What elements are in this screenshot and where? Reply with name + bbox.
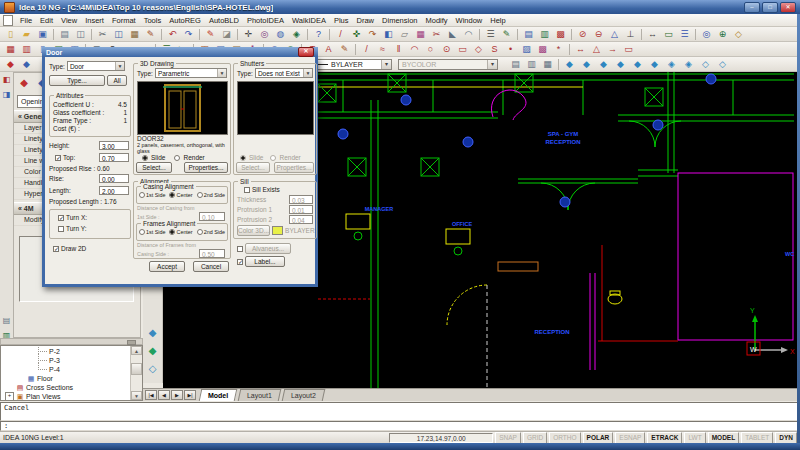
casing-2nd-radio[interactable] — [197, 192, 203, 198]
ellipse-icon[interactable]: ⊙ — [439, 42, 454, 57]
cancel-button[interactable]: Cancel — [193, 261, 229, 272]
match-properties-icon[interactable]: ✎ — [499, 27, 514, 42]
tab-next-icon[interactable]: ▶ — [171, 390, 183, 400]
close-button[interactable]: ✕ — [780, 2, 796, 13]
dim-linear-icon[interactable]: ↔ — [573, 42, 588, 57]
redraw-icon[interactable]: ◎ — [699, 27, 714, 42]
tree-item-p-3[interactable]: P-3 — [1, 356, 130, 365]
list-icon[interactable]: ☰ — [677, 27, 692, 42]
dialog-close-icon[interactable]: ✕ — [298, 47, 314, 57]
chevron-down-icon[interactable]: ▾ — [381, 60, 391, 69]
dim-angular-icon[interactable]: △ — [589, 42, 604, 57]
properties-button[interactable]: Properties... — [184, 162, 228, 173]
view-se-iso-icon[interactable]: ◈ — [681, 57, 696, 72]
leader-icon[interactable]: → — [605, 42, 620, 57]
view-left-icon[interactable]: ◆ — [596, 57, 611, 72]
toggle-snap[interactable]: SNAP — [495, 432, 521, 444]
snap-toolbar-icon[interactable]: ▤ — [0, 314, 13, 328]
tree-item-p-4[interactable]: P-4 — [1, 365, 130, 374]
casing-center-radio[interactable] — [169, 192, 175, 198]
rotate-icon[interactable]: ↷ — [365, 27, 380, 42]
dialog-title-bar[interactable]: Door ✕ — [42, 47, 318, 57]
frames-2nd-radio[interactable] — [197, 229, 203, 235]
publish-icon[interactable]: ▦ — [540, 57, 555, 72]
double-line-icon[interactable]: ‖ — [391, 42, 406, 57]
ucs-dialog-icon[interactable]: ◆ — [3, 57, 18, 72]
format-painter-icon[interactable]: ✎ — [143, 27, 158, 42]
top-checkbox[interactable]: ✓ — [55, 155, 61, 161]
line2-icon[interactable]: / — [359, 42, 374, 57]
plot-icon[interactable]: ▤ — [508, 57, 523, 72]
redo-icon[interactable]: ↷ — [181, 27, 196, 42]
tolerance-icon[interactable]: ▭ — [621, 42, 636, 57]
menu-insert[interactable]: Insert — [81, 15, 108, 26]
point-icon[interactable]: • — [503, 42, 518, 57]
move-icon[interactable]: ✜ — [349, 27, 364, 42]
region-icon[interactable]: ▩ — [535, 42, 550, 57]
polygon-icon[interactable]: ◇ — [471, 42, 486, 57]
fillet-icon[interactable]: ◠ — [461, 27, 476, 42]
render-radio[interactable] — [174, 155, 180, 161]
title-bar[interactable]: Idea 10 NG - [C:\4M\IDEA\Top 10 reasons\… — [0, 0, 800, 14]
tab-model[interactable]: Model — [199, 389, 238, 401]
view-ne-iso-icon[interactable]: ◇ — [698, 57, 713, 72]
trim-icon[interactable]: ✂ — [429, 27, 444, 42]
spline-icon[interactable]: S — [487, 42, 502, 57]
lock-icon[interactable]: ⊖ — [591, 27, 606, 42]
zoom-window-icon[interactable]: ◍ — [273, 27, 288, 42]
alvaneus-checkbox[interactable] — [237, 246, 243, 252]
color-icon[interactable]: ▩ — [553, 27, 568, 42]
command-input[interactable]: : — [0, 421, 800, 431]
menu-autoreg[interactable]: AutoREG — [165, 15, 205, 26]
osnap-icon[interactable]: ◇ — [731, 27, 746, 42]
wall-icon[interactable]: ▦ — [3, 42, 18, 57]
tree-item-p-2[interactable]: P-2 — [1, 347, 130, 356]
new-file-icon[interactable]: ▯ — [3, 27, 18, 42]
casing-1st-radio[interactable] — [139, 192, 145, 198]
view-nw-iso-icon[interactable]: ◇ — [715, 57, 730, 72]
menu-format[interactable]: Format — [108, 15, 140, 26]
toggle-lwt[interactable]: LWT — [684, 432, 705, 444]
erase-icon[interactable]: ◪ — [219, 27, 234, 42]
toggle-tablet[interactable]: TABLET — [741, 432, 773, 444]
undo-icon[interactable]: ↶ — [165, 27, 180, 42]
menu-draw[interactable]: Draw — [353, 15, 379, 26]
all-button[interactable]: All — [107, 75, 127, 86]
ucs-dialog-icon[interactable]: ◆ — [16, 75, 32, 91]
open-icon[interactable]: ▰ — [19, 27, 34, 42]
draw-2d-checkbox[interactable]: ✓ — [53, 246, 59, 252]
toggle-esnap[interactable]: ESNAP — [615, 432, 645, 444]
view-bottom-icon[interactable]: ◆ — [579, 57, 594, 72]
menu-photoidea[interactable]: PhotoIDEA — [243, 15, 288, 26]
no-plot-icon[interactable]: ⊘ — [575, 27, 590, 42]
properties-icon[interactable]: ☰ — [483, 27, 498, 42]
chevron-down-icon[interactable]: ▼ — [303, 69, 312, 77]
menu-modify[interactable]: Modify — [421, 15, 451, 26]
chevron-down-icon[interactable]: ▼ — [115, 62, 124, 70]
select-button[interactable]: Select... — [136, 162, 172, 173]
page-setup-icon[interactable]: ▥ — [524, 57, 539, 72]
type-button[interactable]: Type... — [49, 75, 105, 86]
chamfer-icon[interactable]: ◣ — [445, 27, 460, 42]
render-mode-icon[interactable]: ◆ — [145, 343, 161, 359]
top-field[interactable]: 0.70 — [99, 153, 129, 162]
rectangle-icon[interactable]: ▭ — [455, 42, 470, 57]
3d-type-select[interactable]: Parametric▼ — [155, 68, 227, 78]
explode-icon[interactable]: * — [551, 42, 566, 57]
tree-scrollbar[interactable]: ▲ ▼ — [130, 346, 142, 400]
rise-field[interactable]: 0.00 — [99, 174, 129, 183]
scroll-up-icon[interactable]: ▲ — [131, 346, 142, 355]
menu-view[interactable]: View — [57, 15, 81, 26]
print-preview-icon[interactable]: ◫ — [73, 27, 88, 42]
scroll-thumb[interactable] — [131, 363, 142, 375]
pan-icon[interactable]: ✛ — [241, 27, 256, 42]
menu-window[interactable]: Window — [452, 15, 487, 26]
shutters-type-select[interactable]: Does not Exist▼ — [255, 68, 313, 78]
chevron-down-icon[interactable]: ▼ — [217, 69, 226, 77]
tree-item-floor[interactable]: ▦Floor — [1, 374, 130, 383]
label-button[interactable]: Label... — [245, 256, 285, 267]
scroll-down-icon[interactable]: ▼ — [131, 391, 142, 400]
toggle-etrack[interactable]: ETRACK — [647, 432, 682, 444]
label-checkbox[interactable]: ✓ — [237, 259, 243, 265]
turn-x-checkbox[interactable]: ✓ — [58, 215, 64, 221]
